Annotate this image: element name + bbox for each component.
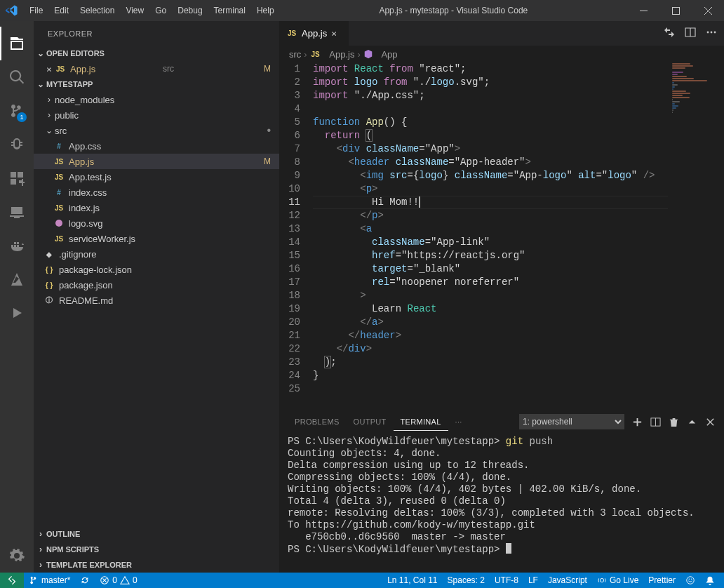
sidebar-explorer: EXPLORER ⌄ OPEN EDITORS × JS App.js src … [34,21,279,573]
tree-file[interactable]: JSserviceWorker.js [34,231,279,246]
status-spaces[interactable]: Spaces: 2 [443,573,490,588]
status-errors[interactable]: 0 0 [95,573,142,588]
breadcrumb-src[interactable]: src [289,49,301,60]
menu-file[interactable]: File [24,0,48,21]
new-terminal-icon[interactable] [631,416,643,427]
symbol-method-icon [363,49,373,59]
editor-group: JS App.js × src › JS App.js › App 123456… [279,21,724,573]
split-editor-icon[interactable] [685,27,696,40]
section-workspace[interactable]: ⌄ MYTESTAPP [34,76,279,92]
split-terminal-icon[interactable] [650,416,661,427]
status-prettier[interactable]: Prettier [643,573,681,588]
activity-search-icon[interactable] [0,60,34,94]
tree-file[interactable]: logo.svg [34,215,279,231]
terminal-shell-select[interactable]: 1: powershell [519,414,624,429]
tree-file[interactable]: JSApp.jsM [34,154,279,169]
panel-tab-more-icon[interactable]: ··· [448,413,469,430]
menu-selection[interactable]: Selection [74,0,120,21]
compare-changes-icon[interactable] [664,27,675,40]
status-sync-icon[interactable] [75,573,95,588]
status-remote-icon[interactable] [0,573,24,588]
activity-docker-icon[interactable] [0,229,34,262]
svg-point-1 [707,32,709,34]
tree-folder[interactable]: ›node_modules [34,92,279,107]
tree-file[interactable]: #index.css [34,185,279,200]
activity-scm-icon[interactable]: 1 [0,94,34,128]
activity-explorer-icon[interactable] [0,27,34,60]
css-file-icon: # [53,187,65,198]
terminal-body[interactable]: PS C:\Users\KodyWildfeuer\mytestapp> git… [279,433,724,573]
status-branch[interactable]: master* [24,573,75,588]
tree-file[interactable]: JSApp.test.js [34,169,279,185]
js-file-icon: JS [55,63,66,74]
tree-file[interactable]: ⓘREADME.md [34,293,279,308]
tree-label: index.css [69,187,279,198]
tree-file[interactable]: { }package-lock.json [34,262,279,277]
status-lncol[interactable]: Ln 11, Col 11 [382,573,442,588]
tree-folder[interactable]: ⌄src• [34,123,279,138]
menu-bar: File Edit Selection View Go Debug Termin… [24,0,280,21]
panel-tab-output[interactable]: OUTPUT [347,413,394,430]
activity-remote-icon[interactable] [0,195,34,229]
breadcrumb[interactable]: src › JS App.js › App [279,46,724,62]
tab-app-js[interactable]: JS App.js × [279,21,349,46]
tree-file[interactable]: { }package.json [34,277,279,293]
status-eol[interactable]: LF [523,573,543,588]
activity-settings-icon[interactable] [0,539,34,573]
code-content[interactable]: import React from "react";import logo fr… [313,62,724,410]
more-actions-icon[interactable] [706,27,717,40]
info-file-icon: ⓘ [43,295,55,306]
chevron-right-icon: › [357,49,360,60]
menu-debug[interactable]: Debug [172,0,208,21]
status-feedback-icon[interactable] [681,573,700,588]
chevron-down-icon: ⌄ [35,48,46,58]
section-outline[interactable]: › OUTLINE [34,526,279,542]
json-file-icon: { } [43,264,55,275]
status-lang[interactable]: JavaScript [543,573,592,588]
tree-label: App.test.js [69,172,279,182]
status-golive[interactable]: Go Live [592,573,643,588]
line-number-gutter: 1234567891011121314151617181920212223242… [279,62,313,410]
tree-label: .gitignore [59,249,279,260]
section-outline-label: OUTLINE [46,530,80,538]
status-bar: master* 0 0 Ln 11, Col 11 Spaces: 2 UTF-… [0,573,724,588]
breadcrumb-symbol[interactable]: App [363,49,398,60]
panel-tab-problems[interactable]: PROBLEMS [288,413,347,430]
activity-debug-icon[interactable] [0,128,34,161]
menu-go[interactable]: Go [149,0,172,21]
maximize-panel-icon[interactable] [686,416,697,427]
close-icon[interactable]: × [43,64,55,74]
section-template-explorer[interactable]: › TEMPLATE EXPLORER [34,557,279,573]
breadcrumb-file[interactable]: JS App.js [310,48,355,60]
window-minimize-icon[interactable] [627,0,659,21]
menu-edit[interactable]: Edit [48,0,74,21]
js-file-icon: JS [310,48,321,60]
js-file-icon: JS [286,28,297,39]
close-panel-icon[interactable] [704,416,716,427]
menu-view[interactable]: View [120,0,149,21]
activity-play-icon[interactable] [0,296,34,330]
tab-close-icon[interactable]: × [331,28,337,39]
code-editor[interactable]: 1234567891011121314151617181920212223242… [279,62,724,410]
panel-tab-terminal[interactable]: TERMINAL [394,413,448,431]
tree-folder[interactable]: ›public [34,107,279,123]
tree-file[interactable]: ◆.gitignore [34,246,279,262]
section-tmpl-label: TEMPLATE EXPLORER [46,561,132,569]
tree-label: public [55,110,279,121]
tree-file[interactable]: #App.css [34,138,279,154]
window-close-icon[interactable] [692,0,724,21]
menu-terminal[interactable]: Terminal [208,0,251,21]
activity-extensions-icon[interactable] [0,161,34,195]
open-editor-item[interactable]: × JS App.js src M [34,61,279,76]
section-npm-scripts[interactable]: › NPM SCRIPTS [34,542,279,557]
activity-azure-icon[interactable] [0,262,34,296]
status-bell-icon[interactable] [700,573,720,588]
chevron-down-icon: ⌄ [35,79,46,89]
section-open-editors[interactable]: ⌄ OPEN EDITORS [34,46,279,61]
status-encoding[interactable]: UTF-8 [490,573,523,588]
svg-point-8 [689,579,690,580]
window-maximize-icon[interactable] [659,0,692,21]
kill-terminal-icon[interactable] [668,416,679,427]
menu-help[interactable]: Help [251,0,280,21]
tree-file[interactable]: JSindex.js [34,200,279,215]
